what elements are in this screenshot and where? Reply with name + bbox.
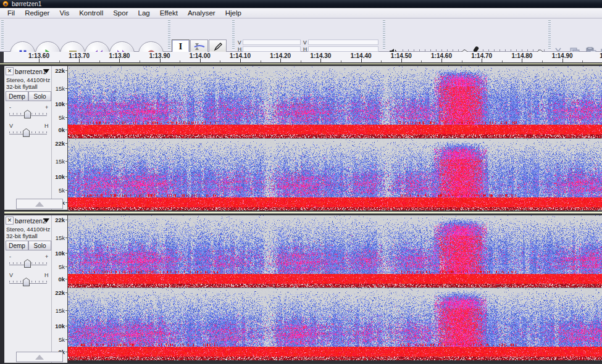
timeline-major-tick: [482, 59, 482, 62]
menu-analyser[interactable]: Analyser: [183, 8, 220, 18]
freq-label-15k: 15k: [56, 158, 65, 165]
track-2: ✕ børretzen2 Stereo, 44100Hz 32-bit flyt…: [0, 214, 602, 364]
output-meter-left-label: V: [238, 39, 241, 46]
gain-max-label: +: [45, 254, 48, 260]
timeline-major-tick: [240, 59, 241, 62]
spectrogram-channel-right[interactable]: [68, 139, 602, 211]
timeline-minor-tick: [140, 60, 140, 62]
timeline-minor-tick: [381, 60, 382, 62]
timeline-minor-tick: [421, 60, 422, 62]
collapse-track-button[interactable]: [16, 199, 63, 209]
input-meter-right-bar[interactable]: [308, 46, 378, 52]
audacity-icon: [2, 1, 9, 7]
timeline-minor-tick: [502, 60, 503, 62]
timeline-major-tick: [79, 59, 80, 62]
timeline-major-tick: [401, 59, 402, 62]
close-track-button[interactable]: ✕: [6, 217, 14, 225]
menu-spor[interactable]: Spor: [108, 8, 133, 18]
freq-label-5k: 5k: [59, 114, 65, 121]
collapse-track-button[interactable]: [16, 352, 63, 362]
input-meter-left-bar[interactable]: [308, 39, 378, 45]
meter-toolbar-grabber[interactable]: [232, 20, 235, 49]
freq-label-5k: 5k: [59, 336, 65, 343]
close-track-button[interactable]: ✕: [6, 67, 14, 75]
timeline-ruler[interactable]: 1:13.601:13.701:13.801:13.901:14.001:14.…: [4, 52, 602, 63]
freq-label-0k: 0k: [58, 126, 65, 133]
mixer-toolbar-grabber[interactable]: [383, 20, 385, 49]
timeline-major-tick: [200, 59, 201, 62]
menu-effekt[interactable]: Effekt: [155, 8, 183, 18]
output-volume-ticks: [403, 49, 468, 51]
timeline-minor-tick: [220, 60, 220, 62]
menu-lag[interactable]: Lag: [133, 8, 155, 18]
tools-toolbar-grabber[interactable]: [168, 20, 170, 49]
timeline-minor-tick: [180, 60, 180, 62]
track-2-frequency-ruler[interactable]: 22k15k10k5k0k 22k15k10k5k0k: [52, 215, 68, 363]
track-depth: 32-bit flyttall: [6, 233, 38, 239]
solo-button[interactable]: Solo: [28, 91, 51, 101]
track-depth: 32-bit flyttall: [6, 83, 38, 90]
solo-button[interactable]: Solo: [28, 241, 51, 250]
track-1-control-panel: ✕ børretzen1 Stereo, 44100Hz 32-bit flyt…: [4, 66, 52, 210]
track-format: Stereo, 44100Hz: [6, 77, 50, 83]
gain-min-label: -: [9, 254, 11, 260]
menu-fil[interactable]: Fil: [2, 8, 20, 18]
timeline-minor-tick: [542, 60, 543, 62]
spectrogram-channel-left[interactable]: [68, 215, 602, 287]
tracks-area: ✕ børretzen1 Stereo, 44100Hz 32-bit flyt…: [0, 65, 602, 364]
track-2-spectrogram[interactable]: [68, 215, 602, 360]
freq-label-0k: 0k: [58, 276, 65, 283]
freq-label-15k: 15k: [56, 307, 65, 314]
audacity-window: børretzen1 FilRedigerVisKontrollSporLagE…: [0, 0, 602, 364]
edit-toolbar-grabber[interactable]: [548, 20, 551, 49]
track-menu-arrow-icon[interactable]: [43, 69, 49, 73]
timeline-minor-tick: [341, 60, 341, 62]
input-meter-left-label: V: [303, 39, 307, 46]
window-title: børretzen1: [12, 0, 41, 8]
output-meter-left-bar[interactable]: [243, 39, 301, 45]
mute-button[interactable]: Demp: [6, 241, 28, 250]
timeline-minor-tick: [582, 60, 583, 62]
pan-right-label: H: [44, 123, 49, 129]
spectrogram-channel-left[interactable]: [68, 66, 602, 138]
timeline-major-tick: [562, 59, 563, 62]
track-1-spectrogram[interactable]: [68, 66, 602, 211]
track-1-frequency-ruler[interactable]: 22k15k10k5k0k 22k15k10k5k0k: [52, 66, 68, 210]
menu-kontroll[interactable]: Kontroll: [74, 8, 108, 18]
triangle-up-icon: [35, 355, 44, 360]
toolbar-area: I ↔ V H V H: [0, 19, 602, 52]
timeline-major-tick: [441, 59, 442, 62]
transport-toolbar-grabber[interactable]: [1, 20, 4, 49]
timeline-minor-tick: [462, 60, 462, 62]
timeline-minor-tick: [261, 60, 261, 62]
freq-label-10k: 10k: [55, 250, 65, 257]
output-meter-right-bar[interactable]: [243, 46, 301, 52]
freq-label-5k: 5k: [59, 187, 65, 194]
freq-label-15k: 15k: [56, 85, 65, 92]
timeline-major-tick: [160, 59, 161, 62]
gain-max-label: +: [45, 104, 48, 110]
mute-button[interactable]: Demp: [6, 91, 28, 101]
freq-label-10k: 10k: [55, 173, 65, 180]
track-menu-arrow-icon[interactable]: [43, 218, 49, 223]
menu-vis[interactable]: Vis: [54, 8, 74, 18]
menu-hjelp[interactable]: Hjelp: [220, 8, 246, 18]
timeline-major-tick: [522, 59, 522, 62]
pan-left-label: V: [9, 123, 13, 129]
pan-right-label: H: [44, 272, 49, 278]
freq-label-22k: 22k: [55, 217, 65, 223]
timeline-major-tick: [39, 59, 40, 62]
track-2-control-panel: ✕ børretzen2 Stereo, 44100Hz 32-bit flyt…: [4, 215, 52, 363]
freq-label-22k: 22k: [55, 140, 65, 147]
pan-slider-thumb[interactable]: [23, 278, 30, 286]
timeline-major-tick: [280, 59, 281, 62]
pan-slider-thumb[interactable]: [23, 128, 30, 137]
spectrogram-channel-right[interactable]: [68, 288, 602, 360]
gain-slider-thumb[interactable]: [24, 259, 31, 268]
track-title[interactable]: børretzen2: [15, 217, 46, 225]
track-1: ✕ børretzen1 Stereo, 44100Hz 32-bit flyt…: [0, 65, 602, 211]
track-title[interactable]: børretzen1: [15, 68, 46, 75]
gain-slider-thumb[interactable]: [24, 110, 31, 118]
menu-rediger[interactable]: Rediger: [20, 8, 54, 18]
title-bar[interactable]: børretzen1: [0, 0, 602, 8]
